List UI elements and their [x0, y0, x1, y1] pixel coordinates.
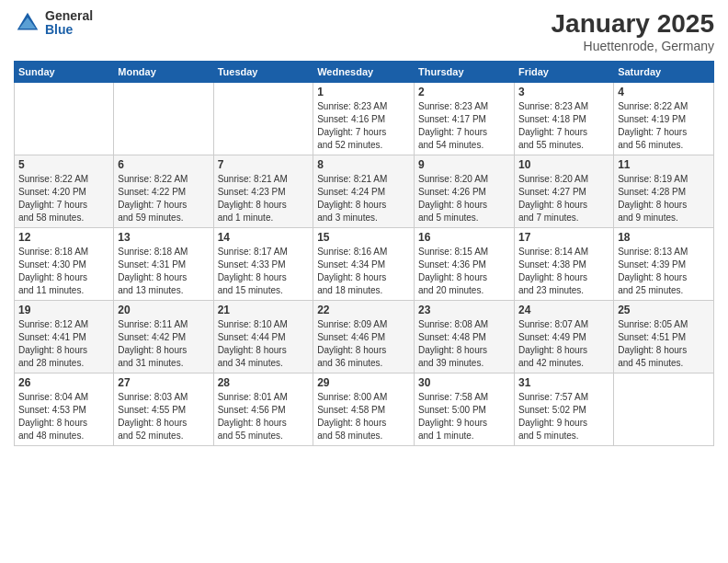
- header-wednesday: Wednesday: [313, 62, 415, 83]
- table-row: 5Sunrise: 8:22 AM Sunset: 4:20 PM Daylig…: [15, 155, 114, 228]
- day-number: 12: [18, 231, 109, 244]
- day-info: Sunrise: 8:08 AM Sunset: 4:48 PM Dayligh…: [418, 318, 510, 370]
- logo: General Blue: [14, 9, 93, 38]
- day-info: Sunrise: 8:23 AM Sunset: 4:18 PM Dayligh…: [518, 100, 609, 152]
- day-number: 27: [118, 376, 209, 389]
- table-row: 28Sunrise: 8:01 AM Sunset: 4:56 PM Dayli…: [213, 373, 313, 446]
- table-row: 27Sunrise: 8:03 AM Sunset: 4:55 PM Dayli…: [114, 373, 213, 446]
- table-row: 16Sunrise: 8:15 AM Sunset: 4:36 PM Dayli…: [415, 228, 515, 301]
- table-row: 1Sunrise: 8:23 AM Sunset: 4:16 PM Daylig…: [313, 83, 415, 155]
- table-row: 13Sunrise: 8:18 AM Sunset: 4:31 PM Dayli…: [114, 228, 213, 301]
- day-number: 1: [317, 86, 410, 98]
- table-row: 10Sunrise: 8:20 AM Sunset: 4:27 PM Dayli…: [514, 155, 613, 228]
- day-info: Sunrise: 8:00 AM Sunset: 4:58 PM Dayligh…: [317, 391, 410, 442]
- calendar-week-3: 19Sunrise: 8:12 AM Sunset: 4:41 PM Dayli…: [15, 301, 714, 373]
- day-number: 20: [118, 304, 209, 316]
- table-row: 12Sunrise: 8:18 AM Sunset: 4:30 PM Dayli…: [15, 228, 114, 301]
- calendar-week-4: 26Sunrise: 8:04 AM Sunset: 4:53 PM Dayli…: [15, 373, 714, 446]
- day-info: Sunrise: 8:18 AM Sunset: 4:31 PM Dayligh…: [118, 246, 209, 297]
- table-row: 4Sunrise: 8:22 AM Sunset: 4:19 PM Daylig…: [614, 83, 714, 155]
- day-info: Sunrise: 8:05 AM Sunset: 4:51 PM Dayligh…: [618, 318, 710, 370]
- table-row: 17Sunrise: 8:14 AM Sunset: 4:38 PM Dayli…: [514, 228, 613, 301]
- title-block: January 2025 Huettenrode, Germany: [552, 9, 714, 53]
- day-number: 26: [18, 376, 109, 389]
- table-row: 6Sunrise: 8:22 AM Sunset: 4:22 PM Daylig…: [114, 155, 213, 228]
- day-number: 15: [317, 231, 410, 244]
- table-row: [213, 83, 313, 155]
- header-thursday: Thursday: [415, 62, 515, 83]
- table-row: 25Sunrise: 8:05 AM Sunset: 4:51 PM Dayli…: [614, 301, 714, 373]
- day-info: Sunrise: 8:21 AM Sunset: 4:23 PM Dayligh…: [218, 173, 310, 224]
- day-info: Sunrise: 8:13 AM Sunset: 4:39 PM Dayligh…: [618, 246, 710, 297]
- day-info: Sunrise: 8:11 AM Sunset: 4:42 PM Dayligh…: [118, 318, 209, 370]
- day-number: 31: [518, 376, 609, 389]
- day-info: Sunrise: 8:23 AM Sunset: 4:17 PM Dayligh…: [418, 100, 510, 152]
- calendar-week-1: 5Sunrise: 8:22 AM Sunset: 4:20 PM Daylig…: [15, 155, 714, 228]
- header-friday: Friday: [514, 62, 613, 83]
- day-info: Sunrise: 8:14 AM Sunset: 4:38 PM Dayligh…: [518, 246, 609, 297]
- calendar-week-2: 12Sunrise: 8:18 AM Sunset: 4:30 PM Dayli…: [15, 228, 714, 301]
- day-number: 11: [618, 158, 710, 171]
- table-row: 23Sunrise: 8:08 AM Sunset: 4:48 PM Dayli…: [415, 301, 515, 373]
- day-info: Sunrise: 8:01 AM Sunset: 4:56 PM Dayligh…: [218, 391, 310, 442]
- day-info: Sunrise: 8:20 AM Sunset: 4:26 PM Dayligh…: [418, 173, 510, 224]
- day-number: 19: [18, 304, 109, 316]
- subtitle: Huettenrode, Germany: [552, 39, 714, 53]
- day-number: 23: [418, 304, 510, 316]
- calendar: Sunday Monday Tuesday Wednesday Thursday…: [14, 61, 714, 446]
- logo-general: General: [45, 9, 93, 23]
- day-info: Sunrise: 8:15 AM Sunset: 4:36 PM Dayligh…: [418, 246, 510, 297]
- day-info: Sunrise: 8:18 AM Sunset: 4:30 PM Dayligh…: [18, 246, 109, 297]
- table-row: 14Sunrise: 8:17 AM Sunset: 4:33 PM Dayli…: [213, 228, 313, 301]
- day-number: 6: [118, 158, 209, 171]
- day-number: 17: [518, 231, 609, 244]
- table-row: 19Sunrise: 8:12 AM Sunset: 4:41 PM Dayli…: [15, 301, 114, 373]
- day-info: Sunrise: 8:22 AM Sunset: 4:19 PM Dayligh…: [618, 100, 710, 152]
- table-row: 31Sunrise: 7:57 AM Sunset: 5:02 PM Dayli…: [514, 373, 613, 446]
- table-row: 30Sunrise: 7:58 AM Sunset: 5:00 PM Dayli…: [415, 373, 515, 446]
- day-info: Sunrise: 8:22 AM Sunset: 4:22 PM Dayligh…: [118, 173, 209, 224]
- day-info: Sunrise: 7:57 AM Sunset: 5:02 PM Dayligh…: [518, 391, 609, 442]
- day-info: Sunrise: 8:17 AM Sunset: 4:33 PM Dayligh…: [218, 246, 310, 297]
- day-number: 24: [518, 304, 609, 316]
- day-number: 3: [518, 86, 609, 98]
- day-number: 28: [218, 376, 310, 389]
- day-info: Sunrise: 8:20 AM Sunset: 4:27 PM Dayligh…: [518, 173, 609, 224]
- day-number: 2: [418, 86, 510, 98]
- table-row: 24Sunrise: 8:07 AM Sunset: 4:49 PM Dayli…: [514, 301, 613, 373]
- table-row: 18Sunrise: 8:13 AM Sunset: 4:39 PM Dayli…: [614, 228, 714, 301]
- logo-blue: Blue: [45, 23, 93, 37]
- day-info: Sunrise: 8:16 AM Sunset: 4:34 PM Dayligh…: [317, 246, 410, 297]
- header: General Blue January 2025 Huettenrode, G…: [14, 9, 714, 53]
- day-number: 8: [317, 158, 410, 171]
- day-number: 10: [518, 158, 609, 171]
- table-row: 26Sunrise: 8:04 AM Sunset: 4:53 PM Dayli…: [15, 373, 114, 446]
- header-monday: Monday: [114, 62, 213, 83]
- table-row: 21Sunrise: 8:10 AM Sunset: 4:44 PM Dayli…: [213, 301, 313, 373]
- day-number: 5: [18, 158, 109, 171]
- day-info: Sunrise: 8:04 AM Sunset: 4:53 PM Dayligh…: [18, 391, 109, 442]
- day-number: 21: [218, 304, 310, 316]
- header-tuesday: Tuesday: [213, 62, 313, 83]
- day-info: Sunrise: 8:07 AM Sunset: 4:49 PM Dayligh…: [518, 318, 609, 370]
- day-number: 25: [618, 304, 710, 316]
- day-number: 13: [118, 231, 209, 244]
- day-number: 16: [418, 231, 510, 244]
- day-number: 22: [317, 304, 410, 316]
- day-number: 29: [317, 376, 410, 389]
- day-info: Sunrise: 8:10 AM Sunset: 4:44 PM Dayligh…: [218, 318, 310, 370]
- day-info: Sunrise: 8:19 AM Sunset: 4:28 PM Dayligh…: [618, 173, 710, 224]
- table-row: 8Sunrise: 8:21 AM Sunset: 4:24 PM Daylig…: [313, 155, 415, 228]
- day-number: 7: [218, 158, 310, 171]
- table-row: [614, 373, 714, 446]
- day-info: Sunrise: 8:23 AM Sunset: 4:16 PM Dayligh…: [317, 100, 410, 152]
- page: General Blue January 2025 Huettenrode, G…: [0, 0, 728, 563]
- day-number: 18: [618, 231, 710, 244]
- table-row: 20Sunrise: 8:11 AM Sunset: 4:42 PM Dayli…: [114, 301, 213, 373]
- table-row: 3Sunrise: 8:23 AM Sunset: 4:18 PM Daylig…: [514, 83, 613, 155]
- table-row: 9Sunrise: 8:20 AM Sunset: 4:26 PM Daylig…: [415, 155, 515, 228]
- day-info: Sunrise: 8:09 AM Sunset: 4:46 PM Dayligh…: [317, 318, 410, 370]
- calendar-header-row: Sunday Monday Tuesday Wednesday Thursday…: [15, 62, 714, 83]
- table-row: 22Sunrise: 8:09 AM Sunset: 4:46 PM Dayli…: [313, 301, 415, 373]
- day-number: 9: [418, 158, 510, 171]
